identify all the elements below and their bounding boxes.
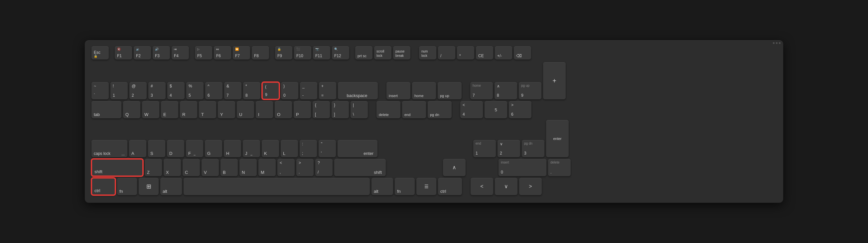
key-2[interactable]: @2 xyxy=(129,82,147,99)
key-ctrl-right[interactable]: ctrl xyxy=(438,178,462,195)
key-arrow-right[interactable]: > xyxy=(519,178,542,195)
key-f10[interactable]: ⬛ F10 xyxy=(294,46,311,60)
key-slash[interactable]: ?/ xyxy=(315,159,333,176)
key-num4[interactable]: < 4 xyxy=(460,101,483,118)
key-c[interactable]: C xyxy=(183,159,200,176)
key-x[interactable]: X xyxy=(164,159,181,176)
key-end[interactable]: end xyxy=(402,101,426,118)
key-a[interactable]: A xyxy=(129,140,146,157)
key-g[interactable]: G xyxy=(205,140,222,157)
key-f4[interactable]: ⏮ F4 xyxy=(172,46,189,60)
key-num8[interactable]: ∧ 8 xyxy=(495,82,517,99)
key-alt-right[interactable]: alt xyxy=(371,178,393,195)
key-o[interactable]: O xyxy=(275,101,292,118)
key-equals[interactable]: += xyxy=(319,82,336,99)
key-plusminus[interactable]: +/- xyxy=(495,46,512,60)
key-m[interactable]: M xyxy=(258,159,276,176)
key-f12[interactable]: 🔍 F12 xyxy=(332,46,349,60)
key-minus[interactable]: _- xyxy=(300,82,317,99)
key-e[interactable]: E xyxy=(161,101,178,118)
key-f5[interactable]: ▷ F5 xyxy=(195,46,212,60)
key-v[interactable]: V xyxy=(202,159,219,176)
key-q[interactable]: Q xyxy=(123,101,141,118)
key-num6[interactable]: > 6 xyxy=(509,101,531,118)
key-fn-left[interactable]: fn xyxy=(117,178,137,195)
key-5[interactable]: %5 xyxy=(186,82,204,99)
key-home[interactable]: home xyxy=(412,82,436,99)
key-f3[interactable]: 🔊 F3 xyxy=(153,46,170,60)
key-z[interactable]: Z xyxy=(145,159,162,176)
key-num7[interactable]: home 7 xyxy=(470,82,493,99)
key-pgup[interactable]: pg up xyxy=(438,82,462,99)
key-f2[interactable]: 🔉 F2 xyxy=(134,46,151,60)
key-b[interactable]: B xyxy=(220,159,238,176)
key-h[interactable]: H xyxy=(224,140,241,157)
key-6[interactable]: ^6 xyxy=(205,82,222,99)
key-1[interactable]: !1 xyxy=(111,82,128,99)
key-delete[interactable]: delete xyxy=(376,101,400,118)
key-f6[interactable]: ⏭ F6 xyxy=(214,46,231,60)
key-k[interactable]: K xyxy=(262,140,279,157)
key-alt-left[interactable]: alt xyxy=(160,178,182,195)
key-y[interactable]: Y xyxy=(218,101,235,118)
key-tab[interactable]: tab xyxy=(91,101,121,118)
key-r[interactable]: R xyxy=(180,101,197,118)
key-7[interactable]: &7 xyxy=(224,82,242,99)
key-space[interactable] xyxy=(184,178,370,195)
key-num1[interactable]: end 1 xyxy=(473,140,496,157)
key-esc[interactable]: Esc 🔒 xyxy=(91,46,109,60)
key-capslock[interactable]: caps lock xyxy=(91,140,127,157)
key-f1[interactable]: 🔇 F1 xyxy=(115,46,132,60)
key-backtick[interactable]: ~ ` xyxy=(91,82,109,99)
key-scrolllock[interactable]: scrolllock xyxy=(374,46,392,60)
key-arrow-up[interactable]: ∧ xyxy=(443,159,466,176)
key-ctrl-left[interactable]: ctrl xyxy=(91,178,115,195)
key-fn-right[interactable]: fn xyxy=(395,178,415,195)
key-p[interactable]: P xyxy=(293,101,311,118)
key-ce[interactable]: CE xyxy=(476,46,493,60)
key-semicolon[interactable]: :; xyxy=(300,140,317,157)
key-numlock[interactable]: numlock xyxy=(419,46,436,60)
key-insert[interactable]: insert xyxy=(386,82,410,99)
key-numdot[interactable]: delete . xyxy=(548,159,571,176)
key-l[interactable]: L xyxy=(281,140,298,157)
key-pause[interactable]: pausebreak xyxy=(393,46,410,60)
key-f8[interactable]: F8 xyxy=(252,46,269,60)
key-num-multiply[interactable]: * xyxy=(457,46,474,60)
key-num3[interactable]: pg dn 3 xyxy=(522,140,545,157)
key-period[interactable]: >. xyxy=(296,159,314,176)
key-t[interactable]: T xyxy=(199,101,216,118)
key-lbracket[interactable]: {[ xyxy=(313,101,330,118)
key-j[interactable]: J xyxy=(243,140,260,157)
key-arrow-down[interactable]: ∨ xyxy=(495,178,518,195)
key-4[interactable]: $4 xyxy=(167,82,185,99)
key-w[interactable]: W xyxy=(142,101,159,118)
key-prtsc[interactable]: prt sc xyxy=(355,46,372,60)
key-shift-right[interactable]: shift xyxy=(334,159,386,176)
key-i[interactable]: I xyxy=(256,101,273,118)
key-n[interactable]: N xyxy=(240,159,257,176)
key-rbracket[interactable]: }] xyxy=(332,101,349,118)
key-d[interactable]: D xyxy=(167,140,184,157)
key-8[interactable]: *8 xyxy=(243,82,260,99)
key-f9[interactable]: 🔒 F9 xyxy=(275,46,292,60)
key-num5[interactable]: 5 xyxy=(485,101,507,118)
key-num-backspace[interactable]: ⌫ xyxy=(514,46,531,60)
key-arrow-left[interactable]: < xyxy=(471,178,493,195)
key-shift-left[interactable]: shift xyxy=(91,159,143,176)
key-num-divide[interactable]: / xyxy=(438,46,455,60)
key-u[interactable]: U xyxy=(237,101,254,118)
key-comma[interactable]: <, xyxy=(277,159,294,176)
key-3[interactable]: #3 xyxy=(148,82,166,99)
key-s[interactable]: S xyxy=(148,140,165,157)
key-f11[interactable]: 📷 F11 xyxy=(313,46,330,60)
key-num-plus[interactable]: + xyxy=(543,62,566,99)
key-9[interactable]: (9 xyxy=(262,82,279,99)
key-enter[interactable]: enter xyxy=(338,140,377,157)
key-num0[interactable]: insert 0 xyxy=(498,159,547,176)
key-0[interactable]: )0 xyxy=(281,82,298,99)
key-win[interactable]: ⊞ xyxy=(139,178,159,195)
key-backslash[interactable]: |\ xyxy=(350,101,368,118)
key-menu[interactable]: ☰ xyxy=(416,178,436,195)
key-f7[interactable]: ⏩ F7 xyxy=(233,46,250,60)
